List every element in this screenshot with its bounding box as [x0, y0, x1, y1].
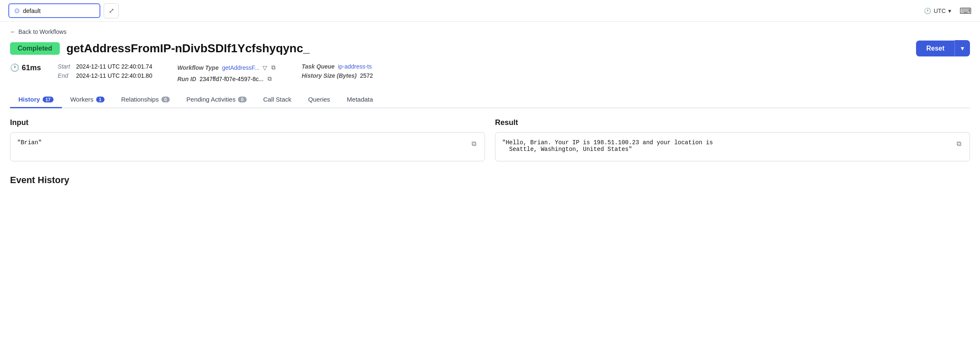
back-arrow-icon: ←	[10, 28, 16, 35]
task-queue-row: Task Queue ip-address-ts	[301, 63, 373, 70]
dates-section: Start 2024-12-11 UTC 22:40:01.74 End 202…	[58, 63, 152, 79]
tab-metadata[interactable]: Metadata	[339, 92, 382, 108]
workflow-title: getAddressFromIP-nDivbSDIf1Ycfshyqync_	[66, 42, 310, 55]
back-to-workflows-link[interactable]: ← Back to Workflows	[0, 22, 77, 40]
tab-pending-activities-label: Pending Activities	[186, 96, 236, 103]
tab-history[interactable]: History 17	[10, 92, 62, 108]
reset-dropdown-button[interactable]: ▾	[954, 40, 970, 56]
copy-result-button[interactable]: ⧉	[955, 139, 963, 148]
result-value: "Hello, Brian. Your IP is 198.51.100.23 …	[502, 139, 951, 153]
tab-call-stack-label: Call Stack	[263, 96, 292, 103]
status-badge: Completed	[10, 42, 60, 55]
tab-queries[interactable]: Queries	[300, 92, 339, 108]
tab-relationships[interactable]: Relationships 0	[113, 92, 178, 108]
tab-history-label: History	[18, 96, 40, 103]
back-to-workflows-label: Back to Workflows	[18, 28, 66, 35]
start-label: Start	[58, 63, 73, 70]
workflow-type-value[interactable]: getAddressF...	[222, 64, 260, 71]
tab-workers-label: Workers	[70, 96, 94, 103]
task-queue-section: Task Queue ip-address-ts History Size (B…	[301, 63, 373, 79]
input-section: Input "Brian" ⧉	[10, 118, 485, 161]
end-value: 2024-12-11 UTC 22:40:01.80	[76, 72, 152, 79]
utc-label: UTC	[934, 8, 946, 14]
run-id-row: Run ID 2347ffd7-f07e-4597-8c... ⧉	[177, 74, 276, 83]
end-label: End	[58, 72, 73, 79]
external-link-icon: ⤢	[109, 7, 114, 15]
duration-section: 🕐 61ms	[10, 63, 41, 72]
start-value: 2024-12-11 UTC 22:40:01.74	[76, 63, 152, 70]
chevron-down-icon: ▾	[961, 45, 964, 52]
external-link-button[interactable]: ⤢	[104, 3, 119, 18]
history-size-label: History Size (Bytes)	[301, 72, 356, 79]
workflow-type-label: Workflow Type	[177, 64, 219, 71]
history-size-row: History Size (Bytes) 2572	[301, 72, 373, 79]
result-title: Result	[495, 118, 970, 127]
topbar-left: ⊙ ⤢	[8, 3, 119, 18]
keyboard-icon[interactable]: ⌨	[960, 6, 972, 16]
end-row: End 2024-12-11 UTC 22:40:01.80	[58, 72, 152, 79]
filter-icon[interactable]: ▽	[263, 64, 267, 71]
tab-relationships-label: Relationships	[121, 96, 159, 103]
input-result-section: Input "Brian" ⧉ Result "Hello, Brian. Yo…	[10, 118, 970, 161]
topbar: ⊙ ⤢ 🕐 UTC ▾ ⌨	[0, 0, 980, 22]
copy-input-button[interactable]: ⧉	[470, 139, 478, 148]
tab-pending-activities-badge: 0	[238, 97, 246, 102]
task-queue-value[interactable]: ip-address-ts	[338, 63, 372, 70]
tab-history-badge: 17	[43, 97, 54, 102]
duration-value: 61ms	[22, 64, 41, 72]
main-content: Completed getAddressFromIP-nDivbSDIf1Ycf…	[0, 40, 980, 186]
copy-workflow-type-button[interactable]: ⧉	[271, 63, 276, 72]
workflow-header: Completed getAddressFromIP-nDivbSDIf1Ycf…	[10, 40, 970, 56]
tab-metadata-label: Metadata	[347, 96, 373, 103]
run-id-label: Run ID	[177, 76, 196, 82]
task-queue-label: Task Queue	[301, 63, 334, 70]
result-code-box: "Hello, Brian. Your IP is 198.51.100.23 …	[495, 132, 970, 161]
start-row: Start 2024-12-11 UTC 22:40:01.74	[58, 63, 152, 70]
clock-icon: 🕐	[10, 63, 19, 72]
workflow-type-section: Workflow Type getAddressF... ▽ ⧉ Run ID …	[177, 63, 276, 83]
tab-pending-activities[interactable]: Pending Activities 0	[178, 92, 255, 108]
tab-workers[interactable]: Workers 1	[62, 92, 113, 108]
copy-run-id-button[interactable]: ⧉	[267, 74, 273, 83]
input-title: Input	[10, 118, 485, 127]
input-value: "Brian"	[17, 139, 466, 146]
reset-button[interactable]: Reset	[916, 41, 954, 56]
namespace-input[interactable]	[23, 8, 82, 14]
event-history-title: Event History	[10, 175, 970, 186]
meta-row: 🕐 61ms Start 2024-12-11 UTC 22:40:01.74 …	[10, 63, 970, 83]
run-id-value: 2347ffd7-f07e-4597-8c...	[199, 76, 263, 82]
history-size-value: 2572	[360, 72, 373, 79]
utc-selector[interactable]: 🕐 UTC ▾	[924, 8, 951, 14]
result-section: Result "Hello, Brian. Your IP is 198.51.…	[495, 118, 970, 161]
workflow-type-row: Workflow Type getAddressF... ▽ ⧉	[177, 63, 276, 72]
clock-icon: 🕐	[924, 8, 931, 14]
topbar-right: 🕐 UTC ▾ ⌨	[924, 6, 972, 16]
workflow-title-section: Completed getAddressFromIP-nDivbSDIf1Ycf…	[10, 42, 310, 55]
header-actions: Reset ▾	[916, 40, 970, 56]
tab-call-stack[interactable]: Call Stack	[255, 92, 300, 108]
tabs: History 17 Workers 1 Relationships 0 Pen…	[10, 92, 970, 108]
namespace-selector[interactable]: ⊙	[8, 3, 100, 18]
input-code-box: "Brian" ⧉	[10, 132, 485, 161]
chevron-down-icon: ▾	[948, 8, 951, 14]
tab-workers-badge: 1	[96, 97, 105, 102]
tab-relationships-badge: 0	[161, 97, 170, 102]
tab-queries-label: Queries	[308, 96, 330, 103]
namespace-icon: ⊙	[14, 7, 20, 15]
